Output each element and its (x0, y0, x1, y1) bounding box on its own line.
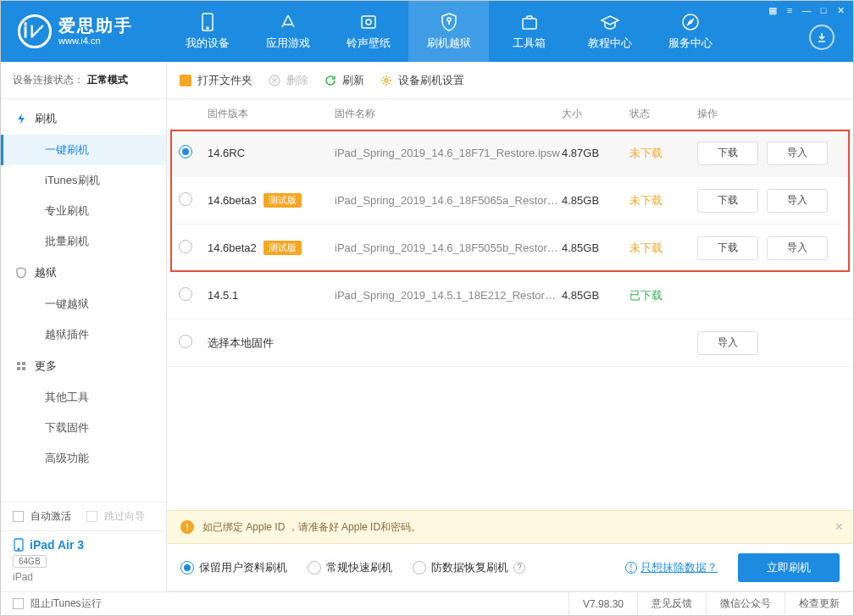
open-folder-button[interactable]: 打开文件夹 (179, 73, 252, 88)
sidebar-item-jb-plugins[interactable]: 越狱插件 (1, 319, 166, 350)
import-button[interactable]: 导入 (767, 189, 828, 213)
sidebar-item-advanced[interactable]: 高级功能 (1, 443, 166, 474)
firmware-row[interactable]: 选择本地固件导入 (167, 319, 853, 367)
check-update-button[interactable]: 检查更新 (785, 592, 853, 616)
menu-icon[interactable]: ≡ (782, 4, 797, 16)
sidebar-item-itunes-flash[interactable]: iTunes刷机 (1, 165, 166, 196)
firmware-row[interactable]: 14.6beta2测试版iPad_Spring_2019_14.6_18F505… (167, 225, 853, 272)
import-button[interactable]: 导入 (767, 236, 828, 260)
nav-service[interactable]: 服务中心 (650, 1, 730, 62)
import-button[interactable]: 导入 (697, 331, 758, 355)
row-radio[interactable] (179, 192, 192, 206)
firmware-size: 4.85GB (562, 194, 629, 207)
firmware-version: 14.6beta2 (208, 241, 257, 254)
device-info[interactable]: iPad Air 3 64GB iPad (1, 530, 166, 591)
main-content: 打开文件夹 删除 刷新 设备刷机设置 固件版本 固件名称 大小 状态 操作 14… (167, 62, 853, 591)
firmware-name: iPad_Spring_2019_14.5.1_18E212_Restore.i… (335, 289, 562, 302)
app-logo: ⅰ⩗ 爱思助手 www.i4.cn (1, 14, 167, 48)
sidebar-item-download-fw[interactable]: 下载固件 (1, 413, 166, 443)
phone-icon (197, 12, 218, 32)
erase-data-link[interactable]: !只想抹除数据？ (625, 560, 718, 575)
nav-flash[interactable]: 刷机越狱 (408, 1, 489, 62)
sidebar-group-jailbreak[interactable]: 越狱 (1, 257, 166, 289)
folder-icon (180, 75, 191, 86)
minimize-button[interactable]: — (799, 4, 814, 16)
shield-key-icon (439, 12, 459, 32)
warning-text: 如已绑定 Apple ID ，请准备好 Apple ID和密码。 (202, 520, 421, 535)
flash-icon (14, 112, 28, 125)
logo-icon: ⅰ⩗ (18, 14, 52, 48)
maximize-button[interactable]: □ (816, 4, 831, 16)
brand-domain: www.i4.cn (58, 36, 133, 47)
firmware-version: 14.5.1 (208, 289, 238, 302)
refresh-icon (324, 74, 337, 87)
download-button[interactable]: 下载 (697, 236, 758, 260)
nav-toolbox[interactable]: 工具箱 (489, 1, 569, 62)
flash-options-bar: 保留用户资料刷机 常规快速刷机 防数据恢复刷机? !只想抹除数据？ 立即刷机 (167, 544, 853, 591)
svg-point-1 (207, 27, 208, 29)
help-icon[interactable]: ? (513, 562, 525, 574)
radio-icon (180, 561, 194, 574)
graduation-icon (600, 12, 620, 32)
sidebar-item-pro-flash[interactable]: 专业刷机 (1, 196, 166, 226)
auto-activate-checkbox[interactable] (13, 511, 24, 522)
row-radio[interactable] (179, 287, 192, 301)
download-button[interactable]: 下载 (697, 189, 758, 213)
sidebar-item-other-tools[interactable]: 其他工具 (1, 382, 166, 413)
sidebar-item-one-click-flash[interactable]: 一键刷机 (1, 135, 166, 165)
opt-recovery[interactable]: 防数据恢复刷机? (413, 560, 525, 575)
start-flash-button[interactable]: 立即刷机 (738, 553, 840, 582)
nav-apps[interactable]: 应用游戏 (247, 1, 328, 62)
svg-rect-2 (362, 16, 375, 28)
connection-status: 设备连接状态：正常模式 (1, 62, 166, 99)
opt-fast[interactable]: 常规快速刷机 (308, 560, 392, 575)
skip-guide-checkbox[interactable] (86, 511, 97, 522)
nav-wallpaper[interactable]: 铃声壁纸 (328, 1, 408, 62)
auto-activate-label: 自动激活 (30, 509, 71, 524)
download-button[interactable]: 下载 (697, 142, 758, 165)
device-name: iPad Air 3 (30, 538, 84, 552)
opt-keep-data[interactable]: 保留用户资料刷机 (180, 560, 287, 575)
col-status: 状态 (629, 107, 697, 121)
table-header: 固件版本 固件名称 大小 状态 操作 (167, 99, 853, 130)
status-bar: 阻止iTunes运行 V7.98.30 意见反馈 微信公众号 检查更新 (1, 591, 853, 615)
svg-rect-7 (17, 362, 20, 365)
nav-tutorials[interactable]: 教程中心 (569, 1, 650, 62)
import-button[interactable]: 导入 (767, 142, 828, 165)
version-label: V7.98.30 (568, 592, 637, 616)
feedback-button[interactable]: 意见反馈 (637, 592, 706, 616)
firmware-row[interactable]: 14.6beta3测试版iPad_Spring_2019_14.6_18F506… (167, 177, 853, 225)
sidebar-item-batch-flash[interactable]: 批量刷机 (1, 226, 166, 257)
wechat-button[interactable]: 微信公众号 (706, 592, 785, 616)
sidebar-item-one-click-jb[interactable]: 一键越狱 (1, 289, 166, 319)
device-type: iPad (13, 571, 154, 583)
toolbar: 打开文件夹 删除 刷新 设备刷机设置 (167, 62, 853, 99)
settings-button[interactable]: 设备刷机设置 (380, 73, 464, 88)
svg-point-3 (366, 19, 371, 25)
firmware-rows: 14.6RCiPad_Spring_2019_14.6_18F71_Restor… (167, 130, 853, 367)
col-version: 固件版本 (208, 107, 335, 121)
refresh-button[interactable]: 刷新 (324, 73, 364, 88)
sidebar-group-more[interactable]: 更多 (1, 350, 166, 382)
firmware-row[interactable]: 14.6RCiPad_Spring_2019_14.6_18F71_Restor… (167, 130, 853, 177)
device-capacity: 64GB (13, 555, 47, 568)
beta-tag: 测试版 (263, 193, 302, 208)
download-manager-button[interactable] (809, 25, 835, 50)
firmware-status: 未下载 (629, 241, 697, 256)
sidebar-group-flash[interactable]: 刷机 (1, 103, 166, 135)
nav-my-device[interactable]: 我的设备 (167, 1, 247, 62)
firmware-status: 已下载 (629, 288, 697, 303)
gift-icon[interactable]: ▦ (765, 4, 780, 16)
warning-close-button[interactable]: × (835, 519, 843, 535)
row-radio[interactable] (179, 145, 192, 158)
svg-point-14 (385, 79, 388, 82)
delete-icon (268, 74, 281, 87)
svg-rect-5 (523, 19, 536, 29)
block-itunes-checkbox[interactable] (13, 598, 24, 609)
close-button[interactable]: ✕ (833, 4, 848, 16)
firmware-size: 4.85GB (562, 289, 629, 302)
row-radio[interactable] (179, 335, 192, 348)
warning-icon: ! (180, 520, 194, 534)
row-radio[interactable] (179, 240, 192, 253)
firmware-row[interactable]: 14.5.1iPad_Spring_2019_14.5.1_18E212_Res… (167, 272, 853, 319)
